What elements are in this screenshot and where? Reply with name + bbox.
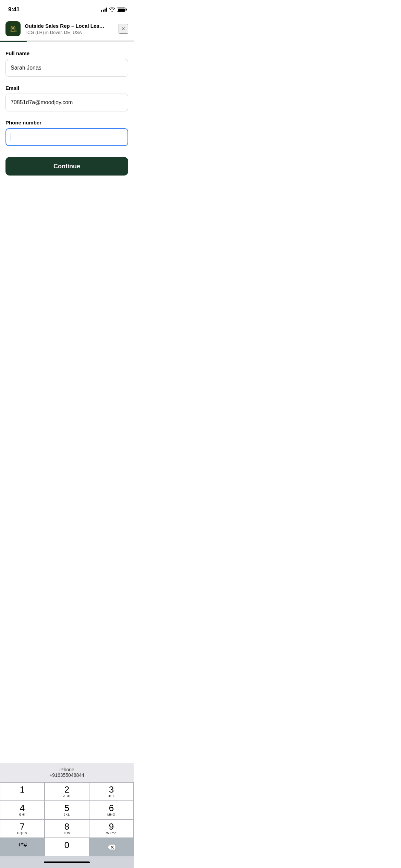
continue-button[interactable]: Continue — [5, 157, 128, 176]
battery-icon — [117, 8, 125, 12]
email-group: Email — [5, 85, 128, 111]
signal-icon — [101, 8, 107, 12]
phone-label: Phone number — [5, 120, 128, 125]
close-button[interactable]: × — [119, 24, 128, 34]
phone-input[interactable] — [5, 128, 128, 146]
wifi-icon — [109, 8, 115, 12]
progress-bar — [0, 41, 134, 42]
header-banner: 60 YEARS Outside Sales Rep – Local Lea… … — [0, 17, 134, 41]
form-content: Full name Email Phone number Continue — [0, 42, 134, 184]
app-logo: 60 YEARS — [5, 21, 21, 36]
full-name-label: Full name — [5, 50, 128, 56]
phone-cursor — [11, 133, 11, 141]
email-label: Email — [5, 85, 128, 91]
full-name-group: Full name — [5, 50, 128, 77]
progress-fill — [0, 41, 27, 42]
status-bar: 9:41 — [0, 0, 134, 17]
email-input[interactable] — [5, 94, 128, 111]
full-name-input[interactable] — [5, 59, 128, 77]
status-time: 9:41 — [8, 6, 20, 13]
phone-input-wrapper — [5, 128, 128, 146]
header-info: Outside Sales Rep – Local Lea… TCG (LH) … — [25, 23, 119, 35]
header-title: Outside Sales Rep – Local Lea… — [25, 23, 119, 29]
phone-group: Phone number — [5, 120, 128, 146]
header-subtitle: TCG (LH) in Dover, DE, USA — [25, 30, 119, 35]
status-icons — [101, 8, 125, 12]
